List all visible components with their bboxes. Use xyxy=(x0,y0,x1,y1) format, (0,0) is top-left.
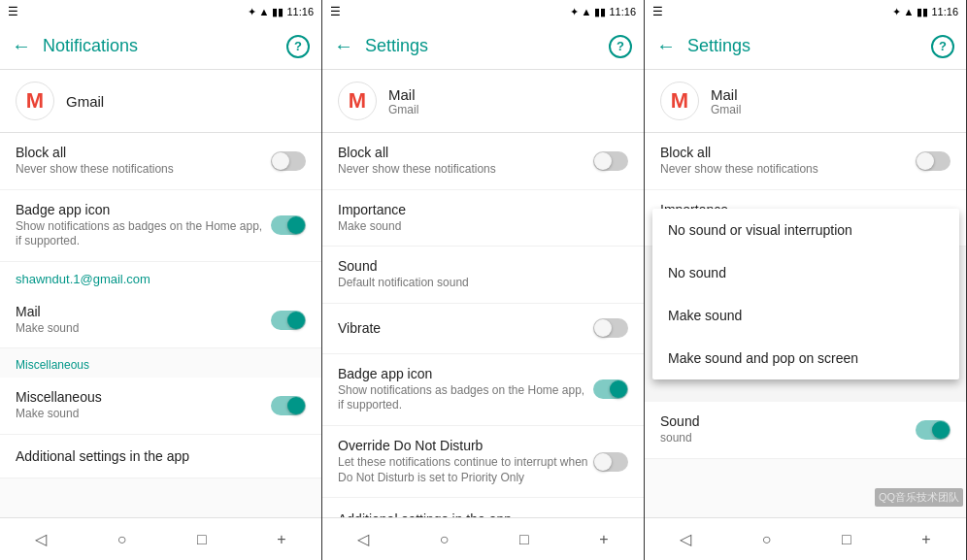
importance-row-2[interactable]: Importance Make sound xyxy=(322,190,644,247)
badge-row-1[interactable]: Badge app icon Show notifications as bad… xyxy=(0,190,321,262)
nav-home-2[interactable]: ○ xyxy=(424,523,465,556)
wifi-icon-2: ▲ xyxy=(582,6,592,17)
nav-recent-3[interactable]: □ xyxy=(826,523,867,556)
additional-settings-1[interactable]: Additional settings in the app xyxy=(0,435,321,478)
nav-recent-1[interactable]: □ xyxy=(182,523,222,556)
app-header-1: M Gmail xyxy=(0,70,321,133)
app-header-text-3: Mail Gmail xyxy=(711,86,741,116)
app-sub-2: Gmail xyxy=(388,103,418,116)
help-button-3[interactable]: ? xyxy=(931,35,954,58)
nav-back-2[interactable]: ◁ xyxy=(342,522,384,556)
android-icon-2: ☰ xyxy=(330,5,341,18)
misc-section-1: Miscellaneous xyxy=(0,348,321,378)
settings-content-1: Block all Never show these notifications… xyxy=(0,133,321,517)
back-button-3[interactable]: ← xyxy=(656,35,676,57)
app-header-text-2: Mail Gmail xyxy=(388,86,418,116)
app-header-2: M Mail Gmail xyxy=(322,70,644,133)
block-all-row-3[interactable]: Block all Never show these notifications xyxy=(645,133,966,190)
badge-row-2[interactable]: Badge app icon Show notifications as bad… xyxy=(322,354,644,426)
misc-row-1[interactable]: Miscellaneous Make sound xyxy=(0,378,321,435)
sound-row-2[interactable]: Sound Default notification sound xyxy=(322,247,644,304)
badge-toggle-2[interactable] xyxy=(593,379,628,399)
status-bar-2: ☰ ✦ ▲ ▮▮ 11:16 xyxy=(322,0,644,23)
app-icon-3: M xyxy=(660,82,699,120)
app-icon-1: M xyxy=(16,82,54,120)
status-bar-1: ☰ ✦ ▲ ▮▮ 11:16 xyxy=(0,0,321,23)
sound-sub-3: sound xyxy=(660,431,916,446)
nav-back-1[interactable]: ◁ xyxy=(19,522,62,556)
signal-icon: ▮▮ xyxy=(272,6,283,18)
status-right-1: ✦ ▲ ▮▮ 11:16 xyxy=(248,6,314,18)
back-button-1[interactable]: ← xyxy=(12,35,31,57)
badge-title-2: Badge app icon xyxy=(338,366,593,381)
page-title-3: Settings xyxy=(687,36,931,56)
app-name-3: Mail xyxy=(711,86,741,103)
misc-title-1: Miscellaneous xyxy=(16,389,271,405)
vibrate-title-2: Vibrate xyxy=(338,320,593,336)
app-name-1: Gmail xyxy=(66,93,104,110)
mail-toggle-1[interactable] xyxy=(271,311,306,330)
block-all-row-2[interactable]: Block all Never show these notifications xyxy=(322,133,644,190)
nav-plus-2[interactable]: + xyxy=(584,523,623,556)
block-all-title-3: Block all xyxy=(660,145,916,160)
nav-home-1[interactable]: ○ xyxy=(102,523,143,556)
sound-title-3: Sound xyxy=(660,413,916,429)
status-right-3: ✦ ▲ ▮▮ 11:16 xyxy=(892,6,958,18)
status-left-1: ☰ xyxy=(8,5,18,18)
mail-row-1[interactable]: Mail Make sound xyxy=(0,292,321,349)
help-button-2[interactable]: ? xyxy=(609,35,632,58)
page-title-1: Notifications xyxy=(43,36,286,56)
app-sub-3: Gmail xyxy=(711,103,741,116)
dropdown-item-2[interactable]: Make sound xyxy=(652,294,959,337)
dnd-row-2[interactable]: Override Do Not Disturb Let these notifi… xyxy=(322,426,644,498)
nav-plus-3[interactable]: + xyxy=(906,523,946,556)
block-all-toggle-2[interactable] xyxy=(593,151,628,171)
badge-toggle-1[interactable] xyxy=(271,215,306,235)
panel-3: ☰ ✦ ▲ ▮▮ 11:16 ← Settings ? M Mail Gmail xyxy=(645,0,967,560)
toggle-knob xyxy=(594,152,612,170)
nav-bar-1: ◁ ○ □ + xyxy=(0,517,321,560)
time-1: 11:16 xyxy=(286,6,314,17)
misc-toggle-1[interactable] xyxy=(271,396,306,415)
dnd-toggle-2[interactable] xyxy=(593,452,628,472)
settings-content-2: Block all Never show these notifications… xyxy=(322,133,644,517)
block-all-row-1[interactable]: Block all Never show these notifications xyxy=(0,133,321,190)
nav-plus-1[interactable]: + xyxy=(261,523,301,556)
bluetooth-icon-3: ✦ xyxy=(892,6,901,18)
nav-bar-2: ◁ ○ □ + xyxy=(322,517,644,560)
time-3: 11:16 xyxy=(931,6,958,17)
dropdown-item-0[interactable]: No sound or visual interruption xyxy=(652,209,959,251)
importance-sub-2: Make sound xyxy=(338,219,628,235)
block-all-sub-2: Never show these notifications xyxy=(338,162,593,178)
vibrate-toggle-2[interactable] xyxy=(593,318,628,338)
status-left-3: ☰ xyxy=(652,5,663,18)
toggle-knob xyxy=(287,397,305,414)
nav-recent-2[interactable]: □ xyxy=(504,523,545,556)
block-all-toggle-1[interactable] xyxy=(271,151,306,171)
app-header-text-1: Gmail xyxy=(66,93,104,110)
status-left-2: ☰ xyxy=(330,5,341,18)
vibrate-row-2[interactable]: Vibrate xyxy=(322,304,644,354)
back-button-2[interactable]: ← xyxy=(334,35,353,57)
wifi-icon: ▲ xyxy=(259,6,270,17)
block-all-toggle-3[interactable] xyxy=(916,151,950,171)
toggle-knob xyxy=(594,453,612,471)
sound-toggle-row-3[interactable]: Sound sound xyxy=(645,402,966,459)
importance-dropdown[interactable]: No sound or visual interruption No sound… xyxy=(652,209,959,379)
sound-toggle-3[interactable] xyxy=(916,420,950,440)
help-button-1[interactable]: ? xyxy=(286,35,310,58)
nav-home-3[interactable]: ○ xyxy=(747,523,787,556)
panel-2: ☰ ✦ ▲ ▮▮ 11:16 ← Settings ? M Mail Gmail… xyxy=(322,0,645,560)
misc-sub-1: Make sound xyxy=(16,407,271,422)
mail-title-1: Mail xyxy=(16,304,271,319)
app-bar-2: ← Settings ? xyxy=(322,23,644,70)
status-bar-3: ☰ ✦ ▲ ▮▮ 11:16 xyxy=(645,0,966,23)
status-right-2: ✦ ▲ ▮▮ 11:16 xyxy=(570,6,636,18)
gmail-logo-3: M xyxy=(671,88,688,114)
dropdown-item-1[interactable]: No sound xyxy=(652,251,959,294)
additional-settings-2[interactable]: Additional settings in the app xyxy=(322,498,644,517)
dropdown-item-3[interactable]: Make sound and pop on screen xyxy=(652,337,959,379)
badge-title-1: Badge app icon xyxy=(16,202,271,217)
nav-back-3[interactable]: ◁ xyxy=(664,522,707,556)
block-all-title-1: Block all xyxy=(16,145,271,160)
